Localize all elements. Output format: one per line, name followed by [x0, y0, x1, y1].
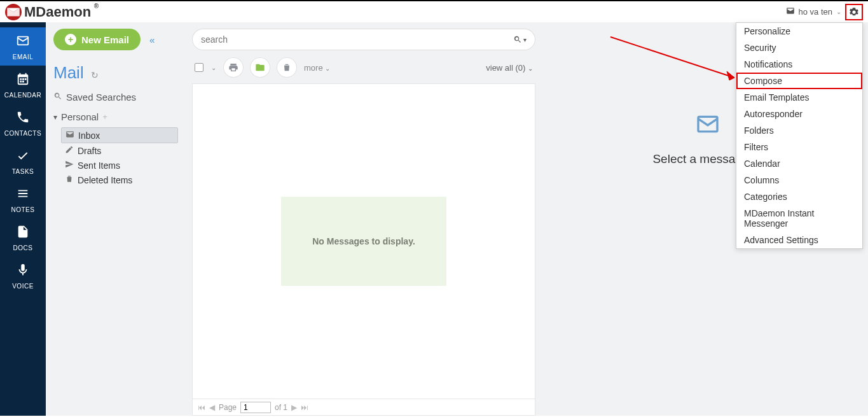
sent-icon — [65, 160, 74, 171]
envelope-icon — [695, 111, 720, 139]
pager-next-icon[interactable]: ▶ — [291, 403, 297, 412]
envelope-icon — [0, 34, 46, 51]
inbox-icon — [65, 130, 74, 141]
no-messages-box: No Messages to display. — [281, 197, 446, 286]
menu-advanced-settings[interactable]: Advanced Settings — [736, 232, 862, 248]
saved-searches[interactable]: Saved Searches — [53, 92, 178, 102]
delete-button[interactable] — [277, 58, 296, 77]
rail-label: CONTACTS — [4, 130, 41, 137]
folder-drafts[interactable]: Drafts — [61, 143, 178, 158]
menu-instant-messenger[interactable]: MDaemon Instant Messenger — [736, 205, 862, 232]
folder-sent[interactable]: Sent Items — [61, 158, 178, 173]
select-all-checkbox[interactable] — [195, 63, 203, 72]
check-icon — [0, 148, 46, 166]
open-folder-button[interactable] — [251, 58, 270, 77]
pager-page-label: Page — [219, 403, 237, 412]
menu-email-templates[interactable]: Email Templates — [736, 89, 862, 106]
phone-icon — [0, 110, 46, 127]
list-icon — [0, 187, 46, 204]
message-list-column: ▾ ⌄ more ⌄ view all (0) ⌄ No Messages to… — [192, 29, 535, 416]
rail-label: DOCS — [13, 244, 33, 251]
folder-label: Sent Items — [78, 160, 120, 171]
user-caret-icon[interactable]: ⌄ — [836, 8, 841, 15]
rail-label: CALENDAR — [4, 92, 41, 99]
left-rail: EMAIL CALENDAR CONTACTS TASKS NOTES DOCS… — [0, 22, 46, 416]
logo-icon — [5, 4, 22, 20]
pager: ⏮ ◀ Page of 1 ▶ ⏭ — [192, 399, 535, 416]
more-button[interactable]: more ⌄ — [304, 63, 330, 73]
folder-label: Deleted Items — [78, 175, 132, 185]
pager-first-icon[interactable]: ⏮ — [198, 403, 205, 412]
rail-label: EMAIL — [13, 53, 34, 60]
menu-autoresponder[interactable]: Autoresponder — [736, 106, 862, 122]
message-list: No Messages to display. — [192, 83, 535, 399]
chevron-down-icon: ▾ — [53, 113, 57, 122]
folder-label: Drafts — [78, 146, 101, 156]
rail-tasks[interactable]: TASKS — [0, 142, 46, 180]
pager-page-input[interactable] — [240, 402, 271, 413]
menu-personalize[interactable]: Personalize — [736, 23, 862, 39]
user-name[interactable]: ho va ten — [799, 7, 833, 17]
menu-folders[interactable]: Folders — [736, 122, 862, 139]
folder-inbox[interactable]: Inbox — [61, 127, 178, 143]
settings-menu: Personalize Security Notifications Compo… — [736, 22, 863, 249]
folder-label: Inbox — [78, 131, 100, 141]
search-icon — [53, 92, 62, 102]
print-button[interactable] — [224, 58, 243, 77]
rail-label: TASKS — [12, 168, 34, 175]
pager-of-label: of 1 — [275, 403, 287, 412]
mic-icon — [0, 263, 46, 280]
rail-voice[interactable]: VOICE — [0, 257, 46, 295]
search-bar[interactable]: ▾ — [192, 29, 535, 50]
sidebar: + New Email « Mail ↻ Saved Searches ▾ Pe… — [46, 22, 186, 416]
collapse-sidebar-button[interactable]: « — [149, 34, 155, 45]
pager-prev-icon[interactable]: ◀ — [209, 403, 215, 412]
mail-title: Mail ↻ — [53, 63, 178, 83]
saved-searches-label: Saved Searches — [66, 92, 136, 102]
folder-deleted[interactable]: Deleted Items — [61, 173, 178, 187]
rail-contacts[interactable]: CONTACTS — [0, 104, 46, 142]
plus-icon: + — [65, 34, 76, 45]
logo-text: MDaemon® — [24, 4, 91, 20]
rail-email[interactable]: EMAIL — [0, 27, 46, 66]
doc-icon — [0, 225, 46, 242]
pencil-icon — [65, 145, 74, 156]
menu-compose[interactable]: Compose — [736, 73, 862, 89]
search-icon[interactable]: ▾ — [513, 35, 527, 44]
logo: MDaemon® — [5, 4, 91, 20]
inbox-mini-icon — [786, 6, 795, 17]
rail-label: VOICE — [12, 283, 34, 290]
settings-gear-button[interactable] — [845, 4, 863, 20]
add-folder-icon[interactable]: + — [102, 112, 107, 122]
top-bar: MDaemon® ho va ten ⌄ — [0, 0, 868, 22]
rail-notes[interactable]: NOTES — [0, 180, 46, 218]
folder-tree: Inbox Drafts Sent Items Deleted Items — [53, 127, 178, 187]
top-right: ho va ten ⌄ — [786, 4, 864, 20]
trash-icon — [65, 174, 74, 185]
no-messages-text: No Messages to display. — [312, 235, 415, 248]
menu-columns[interactable]: Columns — [736, 172, 862, 188]
search-input[interactable] — [201, 34, 513, 45]
new-email-label: New Email — [81, 34, 129, 45]
new-email-button[interactable]: + New Email — [53, 29, 141, 50]
menu-filters[interactable]: Filters — [736, 139, 862, 155]
menu-notifications[interactable]: Notifications — [736, 56, 862, 73]
list-toolbar: ⌄ more ⌄ view all (0) ⌄ — [195, 58, 533, 77]
select-caret-icon[interactable]: ⌄ — [211, 64, 216, 71]
refresh-icon[interactable]: ↻ — [91, 70, 99, 80]
menu-security[interactable]: Security — [736, 39, 862, 56]
rail-calendar[interactable]: CALENDAR — [0, 66, 46, 104]
menu-calendar[interactable]: Calendar — [736, 155, 862, 172]
rail-docs[interactable]: DOCS — [0, 218, 46, 257]
pager-last-icon[interactable]: ⏭ — [301, 403, 308, 412]
rail-label: NOTES — [11, 206, 35, 213]
calendar-icon — [0, 72, 46, 89]
view-all-button[interactable]: view all (0) ⌄ — [486, 63, 533, 73]
menu-categories[interactable]: Categories — [736, 188, 862, 205]
personal-row[interactable]: ▾ Personal + — [53, 111, 178, 122]
personal-label: Personal — [61, 111, 99, 122]
